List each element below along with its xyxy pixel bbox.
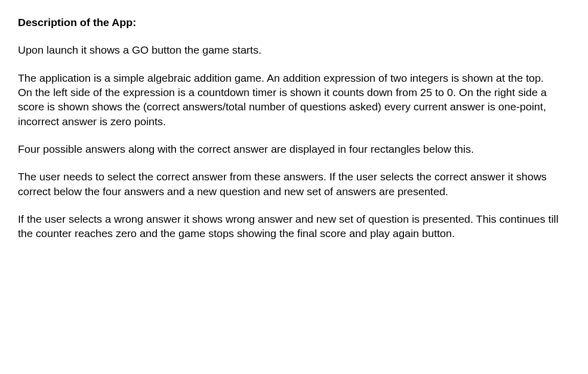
paragraph-2: The application is a simple algebraic ad… <box>18 71 570 129</box>
paragraph-5: If the user selects a wrong answer it sh… <box>18 212 570 241</box>
paragraph-4: The user needs to select the correct ans… <box>18 170 570 199</box>
paragraph-1: Upon launch it shows a GO button the gam… <box>18 43 570 57</box>
document-heading: Description of the App: <box>18 15 570 30</box>
paragraph-3: Four possible answers along with the cor… <box>18 142 570 156</box>
